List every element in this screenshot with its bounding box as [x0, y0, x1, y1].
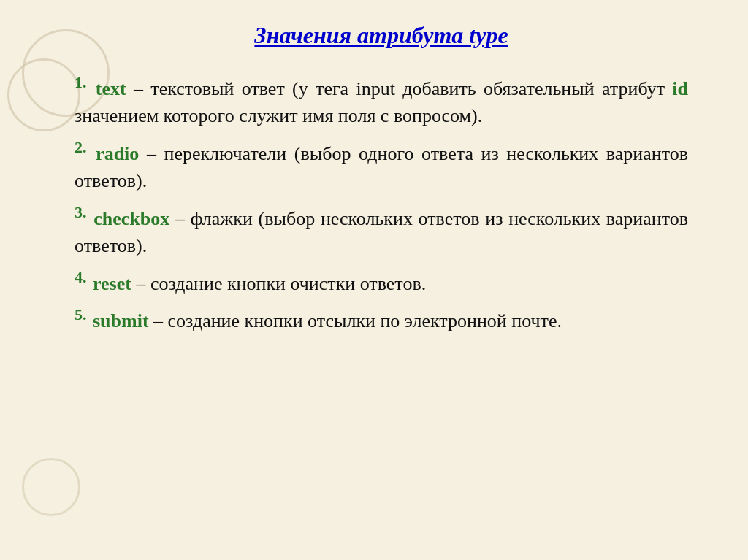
- item-keyword-id: id: [672, 78, 688, 99]
- item-desc-4: – создание кнопки очистки ответов.: [131, 273, 426, 294]
- item-desc-2: – переключатели (выбор одного ответа из …: [75, 143, 688, 192]
- item-desc-1b: значением которого служит имя поля с воп…: [75, 105, 482, 126]
- item-number-4: 4.: [75, 268, 87, 286]
- main-content: Значения атрибута type 1. text – текстов…: [16, 0, 732, 363]
- circle-decoration-3: [22, 458, 80, 516]
- item-number-3: 3.: [75, 203, 87, 221]
- list-item: 2. radio – переключатели (выбор одного о…: [75, 136, 688, 195]
- item-number-5: 5.: [75, 305, 87, 323]
- list-item: 3. checkbox – флажки (выбор нескольких о…: [75, 201, 688, 260]
- item-number-2: 2.: [75, 138, 87, 156]
- item-keyword-submit: submit: [93, 310, 149, 331]
- item-keyword-reset: reset: [93, 273, 131, 294]
- item-keyword-text: text: [96, 78, 126, 99]
- content-body: 1. text – текстовый ответ (у тега input …: [75, 71, 688, 335]
- item-desc-1a: – текстовый ответ (у тега input добавить…: [126, 78, 673, 99]
- item-number-1: 1.: [75, 73, 87, 91]
- list-item: 4. reset – создание кнопки очистки ответ…: [75, 266, 688, 297]
- list-item: 1. text – текстовый ответ (у тега input …: [75, 71, 688, 130]
- page-title: Значения атрибута type: [75, 22, 688, 49]
- item-keyword-radio: radio: [96, 143, 139, 164]
- item-desc-5: – создание кнопки отсылки по электронной…: [149, 310, 562, 331]
- item-keyword-checkbox: checkbox: [94, 208, 169, 229]
- list-item: 5. submit – создание кнопки отсылки по э…: [75, 303, 688, 334]
